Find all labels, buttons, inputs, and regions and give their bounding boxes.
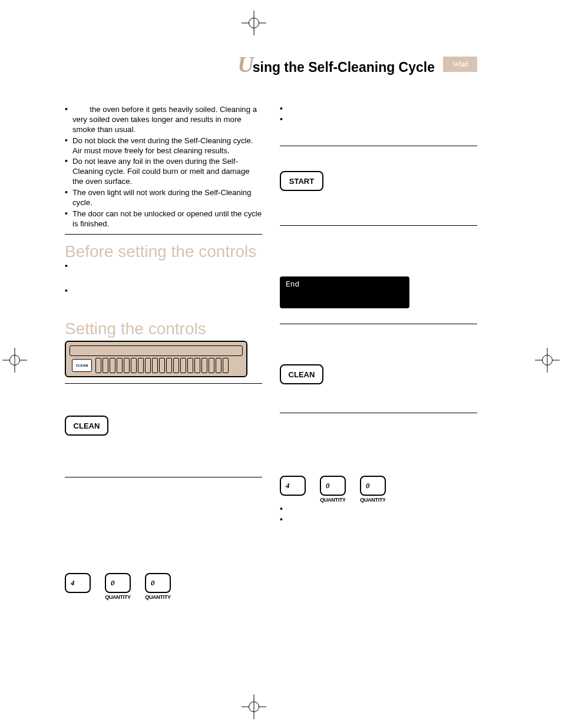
left-column: the oven before it gets heavily soiled. …	[65, 105, 262, 602]
step-block-start: START	[280, 157, 477, 226]
crop-mark-bottom	[242, 694, 266, 719]
lcd-display: End	[280, 276, 409, 308]
section-setting-heading: Setting the controls	[65, 320, 262, 337]
clean-button-graphic: CLEAN	[280, 364, 323, 384]
page-title: U sing the Self-Cleaning Cycle	[237, 53, 435, 75]
num-4-stack: 4	[280, 476, 306, 496]
quantity-label: QUANTITY	[145, 594, 171, 600]
numbers-sublist	[280, 505, 477, 526]
tip-item: The oven light will not work during the …	[65, 188, 262, 208]
num-4-stack: 4	[65, 573, 91, 593]
tip-item: The door can not be unlocked or opened u…	[65, 209, 262, 229]
num-0-stack-2: 0 QUANTITY	[360, 476, 386, 503]
step-block-1	[280, 105, 477, 146]
num-0-stack: 0 QUANTITY	[105, 573, 131, 600]
number-button-0: 0	[145, 573, 171, 593]
brand-flag: Whirl	[443, 57, 477, 72]
before-list	[65, 262, 262, 312]
title-dropcap: U	[237, 53, 253, 75]
crop-mark-right	[535, 348, 560, 373]
number-button-4: 4	[280, 476, 306, 496]
step-block-display: End	[280, 236, 477, 324]
brand-script: Whirl	[452, 60, 467, 69]
number-pad-row: 4 0 QUANTITY 0 QUANTITY	[280, 476, 477, 503]
step-block-clean: CLEAN	[280, 335, 477, 413]
number-button-0: 0	[360, 476, 386, 496]
num-0-stack-2: 0 QUANTITY	[145, 573, 171, 600]
before-item	[65, 262, 262, 287]
number-button-4: 4	[65, 573, 91, 593]
right-column: START End CLEAN 4	[280, 105, 477, 602]
tips-list: the oven before it gets heavily soiled. …	[65, 105, 262, 235]
clean-button-row: CLEAN	[65, 416, 262, 436]
sub-item	[280, 516, 477, 526]
sub-item	[280, 505, 477, 516]
clean-button-graphic: CLEAN	[65, 416, 108, 436]
title-rest: sing the Self-Cleaning Cycle	[253, 60, 435, 75]
tip-item: Do not block the vent during the Self-Cl…	[65, 136, 262, 156]
step1-list	[280, 105, 477, 126]
page-title-row: U sing the Self-Cleaning Cycle Whirl	[65, 53, 477, 75]
control-panel-illustration: CLEAN	[65, 341, 247, 377]
panel-clean-button: CLEAN	[72, 359, 92, 372]
divider	[65, 477, 262, 477]
tip-item: Do not leave any foil in the oven during…	[65, 157, 262, 187]
display-text: End	[286, 280, 299, 289]
quantity-label: QUANTITY	[360, 497, 386, 503]
quantity-label: QUANTITY	[320, 497, 346, 503]
number-button-0: 0	[105, 573, 131, 593]
step-block-numbers: 4 0 QUANTITY 0 QUANTITY	[280, 424, 477, 537]
crop-mark-left	[2, 348, 27, 373]
number-button-0: 0	[320, 476, 346, 496]
page-content: U sing the Self-Cleaning Cycle Whirl the…	[65, 53, 477, 602]
before-item	[65, 287, 262, 312]
tip-item: the oven before it gets heavily soiled. …	[65, 105, 262, 135]
start-button-graphic: START	[280, 171, 323, 191]
step1-item	[280, 105, 477, 116]
panel-segments	[95, 358, 240, 373]
crop-mark-top	[242, 11, 266, 35]
step1-item	[280, 116, 477, 126]
quantity-label: QUANTITY	[105, 594, 131, 600]
number-pad-row: 4 0 QUANTITY 0 QUANTITY	[65, 573, 262, 600]
num-0-stack: 0 QUANTITY	[320, 476, 346, 503]
divider	[65, 383, 262, 384]
section-before-heading: Before setting the controls	[65, 243, 262, 260]
